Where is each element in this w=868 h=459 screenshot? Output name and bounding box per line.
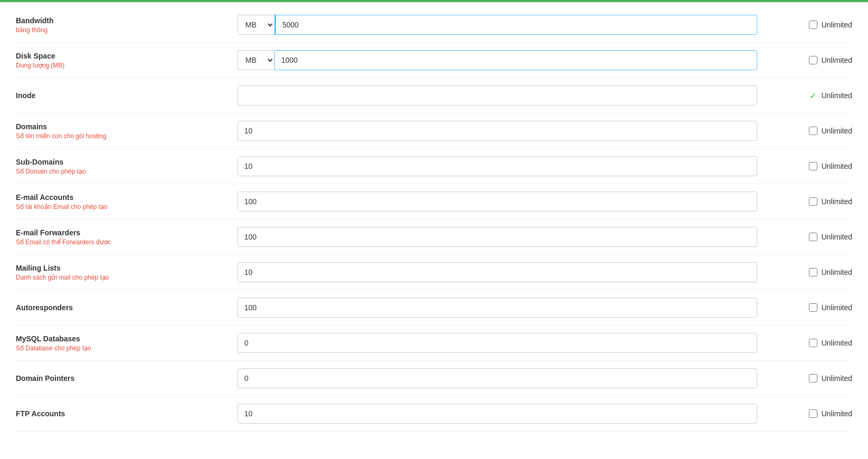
input-field-domains[interactable] [237, 121, 757, 141]
label-col-domains: DomainsSố tên miền con cho gói hosting [16, 122, 237, 140]
unlimited-label-inode: Unlimited [822, 91, 852, 100]
input-col-ftp-accounts [237, 404, 757, 424]
unit-select-bandwidth[interactable]: MB [237, 15, 274, 35]
unlimited-col-domain-pointers: Unlimited [757, 374, 852, 383]
unlimited-col-disk-space: Unlimited [757, 56, 852, 64]
label-col-sub-domains: Sub-DomainsSố Domain cho phép tạo [16, 158, 237, 175]
form-row-sub-domains: Sub-DomainsSố Domain cho phép tạoUnlimit… [16, 149, 852, 184]
label-sub-disk-space: Dung lượng (MB) [16, 62, 237, 69]
label-col-email-accounts: E-mail AccountsSố tài khoản Email cho ph… [16, 193, 237, 211]
form-row-email-forwarders: E-mail ForwardersSố Email có thể Forward… [16, 219, 852, 255]
label-col-mysql-databases: MySQL DatabasesSố Database cho phép tạo [16, 334, 237, 352]
unlimited-label-bandwidth: Unlimited [822, 21, 852, 29]
form-row-ftp-accounts: FTP AccountsUnlimited [16, 396, 852, 432]
label-sub-email-forwarders: Số Email có thể Forwarders được [16, 238, 237, 246]
input-col-disk-space: MB [237, 50, 757, 70]
label-main-email-accounts: E-mail Accounts [16, 193, 237, 202]
unlimited-checkbox-disk-space[interactable] [809, 56, 817, 64]
unlimited-col-domains: Unlimited [757, 127, 852, 135]
unlimited-label-email-forwarders: Unlimited [822, 233, 852, 241]
input-field-autoresponders[interactable] [237, 298, 757, 318]
label-main-autoresponders: Autoresponders [16, 303, 237, 312]
unlimited-col-inode: ✓Unlimited [757, 91, 852, 101]
unit-select-disk-space[interactable]: MB [237, 50, 274, 70]
unlimited-checkbox-mysql-databases[interactable] [809, 339, 817, 347]
label-main-ftp-accounts: FTP Accounts [16, 409, 237, 418]
input-field-mailing-lists[interactable] [237, 262, 757, 282]
unlimited-label-mailing-lists: Unlimited [822, 268, 852, 276]
label-col-inode: Inode [16, 91, 237, 100]
label-col-mailing-lists: Mailing ListsDanh sách gửi mail cho phép… [16, 264, 237, 281]
label-main-sub-domains: Sub-Domains [16, 158, 237, 166]
label-col-ftp-accounts: FTP Accounts [16, 409, 237, 418]
form-row-domain-pointers: Domain PointersUnlimited [16, 361, 852, 396]
form-row-bandwidth: Bandwidthbăng thôngMBUnlimited [16, 7, 852, 43]
unlimited-checkbox-bandwidth[interactable] [809, 21, 817, 29]
input-field-inode[interactable] [237, 85, 757, 106]
label-main-bandwidth: Bandwidth [16, 16, 237, 25]
unlimited-col-sub-domains: Unlimited [757, 162, 852, 170]
unlimited-col-mailing-lists: Unlimited [757, 268, 852, 276]
input-col-mysql-databases [237, 333, 757, 353]
input-col-domain-pointers [237, 368, 757, 388]
label-col-email-forwarders: E-mail ForwardersSố Email có thể Forward… [16, 228, 237, 246]
unlimited-checkbox-autoresponders[interactable] [809, 303, 817, 312]
label-sub-mysql-databases: Số Database cho phép tạo [16, 345, 237, 352]
unlimited-col-bandwidth: Unlimited [757, 21, 852, 29]
unlimited-label-domains: Unlimited [822, 127, 852, 135]
unlimited-checkbox-domain-pointers[interactable] [809, 374, 817, 383]
unlimited-checkbox-domains[interactable] [809, 127, 817, 135]
label-sub-bandwidth: băng thông [16, 26, 237, 34]
label-main-email-forwarders: E-mail Forwarders [16, 228, 237, 237]
input-field-email-accounts[interactable] [237, 192, 757, 212]
unlimited-col-email-forwarders: Unlimited [757, 233, 852, 241]
unlimited-label-disk-space: Unlimited [822, 56, 852, 64]
unlimited-label-autoresponders: Unlimited [822, 303, 852, 312]
unlimited-col-ftp-accounts: Unlimited [757, 409, 852, 418]
label-main-inode: Inode [16, 91, 237, 100]
form-row-autoresponders: AutorespondersUnlimited [16, 290, 852, 326]
unlimited-checkbox-email-forwarders[interactable] [809, 233, 817, 241]
input-field-disk-space[interactable] [274, 50, 757, 70]
label-col-disk-space: Disk SpaceDung lượng (MB) [16, 52, 237, 69]
unlimited-label-sub-domains: Unlimited [822, 162, 852, 170]
form-row-domains: DomainsSố tên miền con cho gói hostingUn… [16, 113, 852, 149]
input-field-ftp-accounts[interactable] [237, 404, 757, 424]
label-main-mysql-databases: MySQL Databases [16, 334, 237, 343]
form-row-disk-space: Disk SpaceDung lượng (MB)MBUnlimited [16, 43, 852, 78]
label-main-domains: Domains [16, 122, 237, 131]
input-col-inode [237, 85, 757, 106]
input-col-bandwidth: MB [237, 15, 757, 35]
label-sub-email-accounts: Số tài khoản Email cho phép tạo [16, 203, 237, 211]
label-main-mailing-lists: Mailing Lists [16, 264, 237, 272]
label-col-autoresponders: Autoresponders [16, 303, 237, 312]
input-field-email-forwarders[interactable] [237, 227, 757, 247]
input-col-domains [237, 121, 757, 141]
unlimited-label-domain-pointers: Unlimited [822, 374, 852, 383]
form-container: Bandwidthbăng thôngMBUnlimitedDisk Space… [0, 2, 868, 437]
unlimited-col-mysql-databases: Unlimited [757, 339, 852, 347]
unlimited-checkbox-sub-domains[interactable] [809, 162, 817, 170]
label-sub-sub-domains: Số Domain cho phép tạo [16, 168, 237, 175]
form-row-mysql-databases: MySQL DatabasesSố Database cho phép tạoU… [16, 326, 852, 361]
input-col-email-forwarders [237, 227, 757, 247]
unlimited-label-mysql-databases: Unlimited [822, 339, 852, 347]
input-col-mailing-lists [237, 262, 757, 282]
unlimited-label-ftp-accounts: Unlimited [822, 409, 852, 418]
unlimited-checkbox-ftp-accounts[interactable] [809, 409, 817, 418]
label-sub-mailing-lists: Danh sách gửi mail cho phép tạo [16, 274, 237, 281]
unlimited-checkbox-mailing-lists[interactable] [809, 268, 817, 276]
label-main-domain-pointers: Domain Pointers [16, 374, 237, 383]
label-sub-domains: Số tên miền con cho gói hosting [16, 132, 237, 140]
input-field-bandwidth[interactable] [274, 15, 757, 35]
form-row-mailing-lists: Mailing ListsDanh sách gửi mail cho phép… [16, 255, 852, 290]
label-col-domain-pointers: Domain Pointers [16, 374, 237, 383]
input-field-sub-domains[interactable] [237, 156, 757, 176]
input-field-mysql-databases[interactable] [237, 333, 757, 353]
form-row-inode: Inode✓Unlimited [16, 78, 852, 113]
label-main-disk-space: Disk Space [16, 52, 237, 60]
unlimited-col-autoresponders: Unlimited [757, 303, 852, 312]
unlimited-checkbox-email-accounts[interactable] [809, 197, 817, 206]
unlimited-col-email-accounts: Unlimited [757, 197, 852, 206]
input-field-domain-pointers[interactable] [237, 368, 757, 388]
